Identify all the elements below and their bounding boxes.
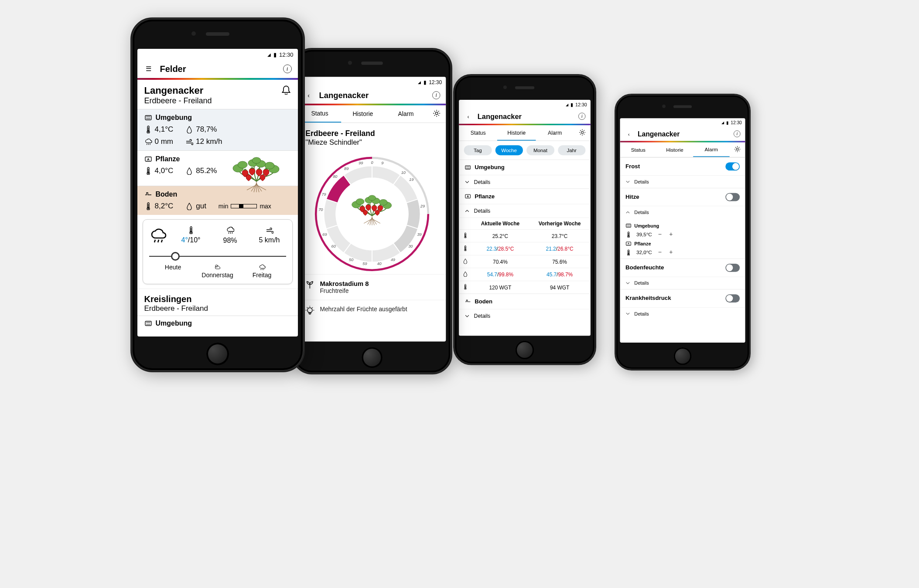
home-button[interactable]	[515, 341, 534, 360]
soil-icon	[465, 298, 471, 305]
svg-text:10: 10	[401, 170, 406, 175]
alarm-bodenfeuchte: Bodenfeuchte	[620, 258, 745, 276]
bell-icon[interactable]	[281, 85, 291, 95]
alarm-hitze: Hitze	[620, 188, 745, 206]
back-icon[interactable]: ‹	[625, 130, 633, 138]
svg-text:0: 0	[371, 160, 373, 165]
svg-text:89: 89	[344, 167, 348, 171]
bulb-icon	[305, 306, 314, 315]
svg-text:70: 70	[318, 207, 323, 212]
plant-history-table: Aktuelle WocheVorherige Woche 25.2°C23.7…	[459, 218, 591, 294]
sensor-icon	[465, 164, 471, 171]
info-icon[interactable]: i	[283, 65, 292, 73]
svg-text:9: 9	[381, 161, 383, 165]
thermometer-icon	[462, 284, 468, 289]
pill-woche[interactable]: Woche	[495, 145, 523, 155]
thermometer-icon	[462, 232, 468, 238]
minus-button[interactable]: −	[656, 231, 663, 238]
svg-text:80: 80	[333, 174, 338, 179]
plant-sensor-icon	[144, 155, 152, 163]
toggle-bodenfeuchte[interactable]	[725, 264, 740, 272]
wind-icon	[185, 138, 193, 146]
tab-historie[interactable]: Historie	[497, 125, 536, 140]
chevron-down-icon	[625, 281, 630, 286]
tab-bar: Status Historie Alarm	[298, 105, 446, 123]
info-icon[interactable]: i	[432, 91, 440, 99]
drop-icon	[185, 167, 193, 175]
back-icon[interactable]: ‹	[304, 91, 313, 100]
toggle-krankheitsdruck[interactable]	[725, 294, 740, 302]
tab-status[interactable]: Status	[459, 126, 497, 140]
plus-button[interactable]: +	[668, 231, 674, 238]
svg-text:79: 79	[321, 192, 326, 197]
sprout-icon	[305, 280, 314, 289]
home-button[interactable]	[673, 347, 691, 365]
tab-status[interactable]: Status	[620, 143, 656, 156]
field-name: Langenacker	[144, 85, 212, 96]
field-kreislingen[interactable]: Kreislingen Erdbeere - Freiland	[137, 289, 298, 316]
day-slider[interactable]	[149, 250, 286, 263]
tab-historie[interactable]: Historie	[341, 105, 384, 122]
section-umgebung: Umgebung 4,1°C 78,7% 0 mm 12 km/h	[137, 109, 298, 150]
gear-icon[interactable]	[734, 146, 740, 152]
battery-icon: ▮	[273, 51, 277, 58]
pill-monat[interactable]: Monat	[526, 145, 554, 155]
chevron-up-icon	[625, 210, 630, 215]
details-umgebung[interactable]: Details	[459, 175, 591, 188]
info-icon[interactable]: i	[734, 130, 741, 137]
menu-icon[interactable]: ☰	[143, 64, 154, 74]
macro-stage: Makrostadium 8	[320, 280, 369, 288]
tab-alarm[interactable]: Alarm	[693, 143, 729, 157]
rain-icon	[226, 226, 234, 235]
chevron-down-icon	[465, 179, 469, 184]
details-frost[interactable]: Details	[620, 175, 745, 188]
pill-jahr[interactable]: Jahr	[557, 145, 585, 155]
clock: 12:30	[279, 51, 294, 58]
svg-text:59: 59	[362, 262, 367, 266]
page-title: Langenacker	[319, 91, 427, 100]
info-icon[interactable]: i	[578, 113, 585, 120]
day-friday[interactable]: Freitag	[240, 264, 284, 279]
details-boden[interactable]: Details	[459, 309, 591, 323]
svg-text:49: 49	[390, 258, 395, 262]
home-button[interactable]	[206, 343, 229, 365]
details-bodenfeuchte[interactable]: Details	[620, 277, 745, 289]
svg-text:50: 50	[349, 258, 354, 262]
soil-minmax: minmax	[219, 202, 271, 211]
tip-text: Mehrzahl der Früchte ausgefärbt	[320, 306, 407, 313]
drop-icon	[185, 202, 193, 210]
details-krankheitsdruck[interactable]: Details	[620, 307, 745, 320]
tab-alarm[interactable]: Alarm	[536, 126, 574, 140]
svg-text:29: 29	[420, 204, 424, 208]
pill-tag[interactable]: Tag	[464, 145, 492, 155]
range-pills: Tag Woche Monat Jahr	[459, 141, 591, 160]
plus-button[interactable]: +	[668, 249, 674, 256]
status-bar: ◢ ▮ 12:30	[137, 49, 298, 60]
toggle-frost[interactable]	[725, 163, 740, 171]
forecast-card: 4°/10° 98% 5 km/h	[143, 219, 293, 284]
weather-icon	[149, 227, 168, 244]
details-pflanze[interactable]: Details	[459, 204, 591, 218]
drop-icon	[185, 126, 193, 133]
tab-alarm[interactable]: Alarm	[384, 105, 427, 122]
svg-text:69: 69	[322, 232, 327, 237]
svg-text:39: 39	[417, 232, 421, 237]
alarm-krankheitsdruck: Krankheitsdruck	[620, 289, 745, 307]
back-icon[interactable]: ‹	[464, 112, 472, 121]
tab-historie[interactable]: Historie	[656, 143, 693, 156]
toggle-hitze[interactable]	[725, 193, 740, 201]
app-bar: ☰ Felder i	[137, 60, 298, 78]
crop-label: Erdbeere - Freiland	[305, 129, 438, 138]
thermometer-range-icon	[462, 245, 468, 251]
gear-icon[interactable]	[579, 129, 585, 136]
field-crop: Erdbeere - Freiland	[144, 96, 212, 105]
home-button[interactable]	[362, 347, 383, 368]
day-thursday[interactable]: Donnerstag	[195, 264, 240, 279]
gear-icon[interactable]	[433, 110, 440, 117]
wind-icon	[266, 226, 273, 234]
svg-text:30: 30	[408, 244, 413, 248]
day-today[interactable]: Heute	[151, 264, 195, 279]
minus-button[interactable]: −	[656, 249, 663, 256]
details-hitze[interactable]: Details	[620, 206, 745, 218]
alarm-frost: Frost	[620, 157, 745, 175]
